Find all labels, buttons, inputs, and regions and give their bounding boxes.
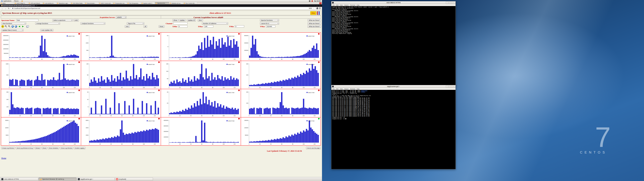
terminal-menu-terminal[interactable]: Terminal (350, 88, 355, 90)
taskbar-item[interactable]: AIDA MIDAS HTTPd (0, 178, 38, 181)
window-list-item[interactable]: AIDA (0, 2, 14, 4)
what-are-these-button-3[interactable]: What are these? (308, 25, 321, 28)
spectrum-plot-aida07[interactable]: 15010050020406080100120aida07 Stat (161, 61, 241, 89)
multi-button[interactable]: multi (74, 19, 79, 22)
terminal-menu-view[interactable]: View (340, 4, 343, 6)
spectrum-plot-aida16[interactable]: 15000010000050000020406080100120aida16 S… (241, 117, 321, 146)
all-button[interactable]: all (144, 25, 147, 28)
terminal-menu-view[interactable]: View (340, 88, 343, 90)
what-are-these-button-1[interactable]: What are these? (308, 19, 321, 22)
zoom-out-icon[interactable]: − (8, 25, 11, 28)
reload-icon[interactable]: ↻ (8, 7, 10, 10)
what-are-these-button-2[interactable]: What are these? (308, 22, 321, 25)
volume-icon[interactable] (309, 0, 310, 2)
show-button[interactable]: Show (172, 19, 178, 22)
terminal-menu-file[interactable]: File (332, 88, 334, 90)
reset-button[interactable]: Reset (42, 147, 47, 149)
notification-icon[interactable] (312, 0, 313, 2)
spectrum-plot-aida11[interactable]: 4020020406080100120aida11 Stat (161, 89, 241, 117)
home-link[interactable]: Home (1, 157, 6, 160)
maximize-button[interactable]: □ (449, 2, 452, 4)
update-rate-dropdown[interactable]: Update Rate (4 secs) (1, 29, 24, 31)
window-list-item[interactable]: Discriminator ... (84, 2, 98, 4)
analysis-functions-dropdown[interactable]: Analysis functions (80, 22, 105, 25)
tab-close-icon[interactable]: × (34, 5, 34, 6)
maximize-button[interactable]: □ (449, 85, 452, 88)
show-log-window-button[interactable]: Show Log Window (60, 147, 73, 149)
window-list-item[interactable]: Temperature an... (113, 2, 127, 4)
terminal-menu-search[interactable]: Search (344, 4, 348, 6)
xmin-input[interactable]: 0 (178, 25, 188, 28)
spectrum-name-input[interactable]: Stat (16, 19, 38, 21)
globe-icon[interactable] (15, 25, 17, 28)
window-maximize-icon[interactable]: □ (317, 5, 318, 6)
shield-icon[interactable] (12, 8, 14, 9)
acquisition-server-dropdown[interactable]: aida09 (116, 16, 126, 18)
spectrum-plot-aida14[interactable]: 600040002000020406080100120aida14 Stat (81, 117, 161, 146)
terminal-titlebar[interactable]: npg@carme-gsi:~ – □ × (332, 85, 456, 88)
update-button[interactable]: Update (179, 19, 186, 22)
minimize-button[interactable]: – (446, 85, 448, 88)
window-list-item[interactable]: Run Control @... (183, 2, 197, 4)
spectrum-plot-aida04[interactable]: 600000400000200000020406080100120aida04 … (241, 32, 321, 61)
how-to-use-button[interactable]: How to use this page (306, 147, 321, 149)
applications-menu[interactable]: Applications (0, 0, 13, 2)
spectrum-plot-aida10[interactable]: 15105020406080100120aida10 Stat (81, 89, 161, 117)
extensions-icon[interactable] (316, 8, 318, 9)
spectra-functions-dropdown[interactable]: Spectra functions (260, 19, 279, 22)
ymin-input[interactable]: 0 (235, 25, 244, 28)
terminal-menu-edit[interactable]: Edit (336, 88, 338, 90)
tags-fits-dropdown[interactable]: Tags & Fits (127, 22, 144, 25)
spectrum-plot-aida08[interactable]: 400200020406080100120aida08 Stat (241, 61, 321, 89)
terminal-titlebar[interactable]: AIDA MIDAS HTTPd – □ × (332, 1, 456, 4)
window-list-item[interactable]: GSI White Rabb... (70, 2, 84, 4)
window-list-item[interactable]: Spectrum Br... (155, 2, 169, 4)
window-list-item[interactable]: Waveform capt... (56, 2, 70, 4)
number-of-galleries-dropdown[interactable]: Number of Galleries (202, 22, 228, 25)
terminal-body[interactable]: loading Spectrum.tcl > can not find chan… (332, 6, 456, 86)
spectrum-plot-aida05[interactable]: 1000500020406080100120aida05 Stat (1, 61, 81, 89)
forward-icon[interactable]: → (4, 7, 7, 10)
spectrum-plot-aida03[interactable]: 105020406080100120aida03 Stat (161, 32, 241, 61)
window-list-item[interactable]: FADC Align & ... (14, 2, 28, 4)
terminal-menu-help[interactable]: Help (356, 88, 359, 90)
arrange-functions-dropdown[interactable]: Arrange functions (35, 22, 60, 25)
green-arrow-left-icon[interactable] (18, 26, 20, 27)
browser-tab[interactable]: Spectrum Browser @ http carme-gsi.cryrin… (1, 5, 35, 6)
bookmark-star-icon[interactable]: ☆ (313, 8, 314, 9)
show-variables-button[interactable]: Show Variables (48, 147, 59, 149)
minimize-button[interactable]: – (446, 2, 448, 4)
spectrum-plot-aida01[interactable]: 2500000020000000150000001000000050000000… (1, 32, 81, 61)
terminal-menu-help[interactable]: Help (356, 4, 359, 6)
terminal-menu-edit[interactable]: Edit (336, 4, 338, 6)
linear-button[interactable]: linear (159, 25, 164, 28)
terminal-window-shell[interactable]: npg@carme-gsi:~ – □ × FileEditViewSearch… (331, 85, 456, 169)
channel-input[interactable] (174, 22, 188, 24)
send-log-to-elog-button[interactable]: Send Log Window to ELog (16, 147, 34, 149)
xmax-input[interactable]: 128 (204, 25, 213, 28)
window-list-item[interactable]: Statistics @ ca... (169, 2, 183, 4)
terminal-window-httpd[interactable]: AIDA MIDAS HTTPd – □ × FileEditViewSearc… (331, 1, 456, 86)
taskbar-item[interactable]: Spectrum Browser @ carme-g... (38, 178, 76, 181)
radiation-icon[interactable] (1, 25, 4, 28)
terminal-menu-search[interactable]: Search (344, 88, 348, 90)
zoom-in-icon[interactable]: + (5, 25, 8, 28)
window-minimize-icon[interactable]: – (314, 5, 314, 6)
places-menu[interactable]: Places (13, 0, 20, 2)
terminal-body[interactable]: drwxr-xr-x. 2 npg npg 6 Jan 30 2022 Temp… (332, 90, 456, 169)
new-tab-button[interactable]: + (36, 5, 37, 6)
terminal-menu-terminal[interactable]: Terminal (350, 4, 355, 6)
layout-id-dropdown[interactable]: Layout ID=2 (260, 22, 279, 25)
taskbar-item[interactable]: [AnyDesk] (115, 178, 153, 181)
enable-logging-button[interactable]: Enable Logging (74, 147, 85, 149)
green-arrow-right-icon[interactable] (22, 26, 24, 27)
window-close-icon[interactable]: × (320, 5, 320, 6)
spectrum-plot-aida02[interactable]: 15001000500020406080100120aida02 Stat (81, 32, 161, 61)
auto-update-button[interactable]: Auto Update ON (40, 29, 53, 31)
sphere-icon[interactable] (12, 25, 14, 28)
close-button[interactable]: × (452, 85, 455, 88)
zoom-level[interactable]: 80% (308, 8, 312, 9)
spectrum-plot-aida09[interactable]: 300200100020406080100120aida09 Stat (1, 89, 81, 117)
spectrum-plot-aida06[interactable]: 10050020406080100120aida06 Stat (81, 61, 161, 89)
terminal-menu-file[interactable]: File (332, 4, 334, 6)
